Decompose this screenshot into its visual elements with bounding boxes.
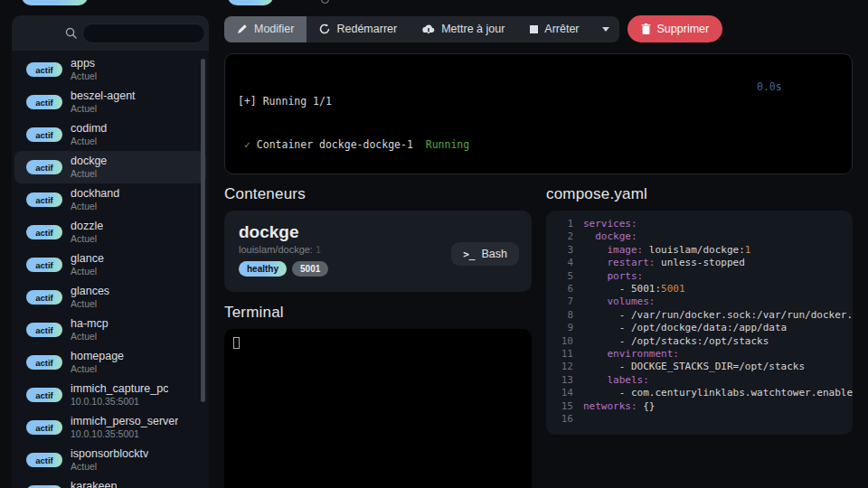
compose-line: 2 dockge: bbox=[546, 230, 844, 243]
restart-label: Redémarrer bbox=[336, 23, 397, 35]
sidebar-top-badge[interactable] bbox=[22, 0, 88, 5]
stack-name: codimd bbox=[71, 122, 107, 136]
compose-line: 1services: bbox=[546, 218, 844, 230]
stack-item-homepage[interactable]: actifhomepageActuel bbox=[14, 346, 206, 379]
stack-status-badge bbox=[228, 0, 273, 5]
compose-line: 7 volumes: bbox=[546, 296, 844, 308]
compose-line: 14 - com.centurylinklabs.watchtower.enab… bbox=[546, 387, 844, 399]
stack-item-immich_perso_server[interactable]: actifimmich_perso_server10.0.10.35:5001 bbox=[14, 411, 206, 444]
stack-item-apps[interactable]: actifappsActuel bbox=[14, 53, 206, 86]
stop-button[interactable]: Arrêter bbox=[517, 16, 591, 42]
stack-subtitle: Actuel bbox=[71, 363, 124, 375]
stack-subtitle: Actuel bbox=[71, 168, 107, 180]
bash-label: Bash bbox=[482, 248, 508, 260]
stack-subtitle: Actuel bbox=[71, 461, 148, 473]
update-button[interactable]: Mettre à jour bbox=[410, 16, 517, 42]
status-badge: actif bbox=[26, 323, 62, 337]
stack-list: actifappsActuelactifbeszel-agentActuelac… bbox=[12, 51, 209, 488]
progress-line-2: ✓ Container dockge-dockge-1 Running bbox=[238, 137, 839, 152]
terminal-heading: Terminal bbox=[224, 304, 532, 322]
compose-line: 4 restart: unless-stopped bbox=[546, 257, 844, 269]
stack-name: immich_perso_server bbox=[71, 415, 178, 428]
edit-label: Modifier bbox=[254, 23, 294, 35]
stack-subtitle: Actuel bbox=[71, 70, 97, 82]
stack-item-dozzle[interactable]: actifdozzleActuel bbox=[14, 216, 206, 249]
terminal-box[interactable] bbox=[224, 329, 532, 488]
container-name: dockge bbox=[239, 222, 517, 242]
stack-subtitle: Actuel bbox=[71, 331, 108, 343]
stack-item-immich_capture_pc[interactable]: actifimmich_capture_pc10.0.10.35:5001 bbox=[14, 379, 206, 411]
compose-editor-lines: 1services:2 dockge:3 image: louislam/doc… bbox=[546, 218, 844, 427]
search-input[interactable] bbox=[82, 23, 205, 43]
stack-name: glance bbox=[71, 252, 104, 266]
delete-button[interactable]: Supprimer bbox=[627, 15, 723, 42]
progress-line-1: [+] Running 1/1 bbox=[238, 94, 839, 108]
stack-subtitle: Actuel bbox=[71, 266, 104, 277]
stack-name: dockhand bbox=[71, 187, 119, 201]
compose-line: 5 ports: bbox=[546, 270, 844, 283]
stack-item-ha-mcp[interactable]: actifha-mcpActuel bbox=[14, 314, 206, 346]
restart-button[interactable]: Redémarrer bbox=[307, 16, 410, 42]
restart-icon bbox=[319, 23, 330, 34]
stack-subtitle: 10.0.10.35:5001 bbox=[71, 428, 178, 440]
stack-item-dockhand[interactable]: actifdockhandActuel bbox=[14, 183, 206, 216]
status-badge: actif bbox=[26, 225, 62, 239]
stack-toolbar: Modifier Redémarrer bbox=[224, 15, 853, 42]
status-badge: actif bbox=[26, 62, 62, 77]
stack-subtitle: Actuel bbox=[71, 136, 107, 147]
stack-subtitle: Actuel bbox=[71, 298, 109, 310]
stack-item-codimd[interactable]: actifcodimdActuel bbox=[14, 118, 206, 151]
compose-line: 3 image: louislam/dockge:1 bbox=[546, 244, 844, 257]
status-badge: actif bbox=[26, 258, 62, 272]
sidebar-panel: actifappsActuelactifbeszel-agentActuelac… bbox=[12, 15, 209, 488]
stack-item-karakeep[interactable]: actifkarakeepActuel bbox=[14, 476, 206, 488]
status-badge: actif bbox=[26, 453, 62, 467]
status-badge: actif bbox=[26, 388, 62, 402]
stack-item-dockge[interactable]: actifdockgeActuel bbox=[14, 151, 206, 183]
stack-name: beszel-agent bbox=[71, 89, 136, 103]
compose-line: 11 environment: bbox=[546, 348, 844, 361]
compose-progress-output: [+] Running 1/1 ✓ Container dockge-dockg… bbox=[224, 53, 853, 174]
stack-name: karakeep bbox=[71, 480, 117, 488]
compose-line: 10 - /opt/stacks:/opt/stacks bbox=[546, 335, 844, 348]
compose-line: 9 - /opt/dockge/data:/app/data bbox=[546, 322, 844, 334]
edit-button[interactable]: Modifier bbox=[224, 16, 307, 42]
compose-editor[interactable]: 1services:2 dockge:3 image: louislam/doc… bbox=[546, 211, 853, 435]
stop-icon bbox=[530, 25, 538, 33]
stack-item-isponsorblocktv[interactable]: actifisponsorblocktvActuel bbox=[14, 444, 206, 476]
terminal-prompt-icon: >_ bbox=[463, 249, 475, 260]
sidebar-scrollbar[interactable] bbox=[201, 59, 205, 402]
stack-subtitle: Actuel bbox=[71, 233, 103, 245]
terminal-cursor bbox=[233, 337, 240, 349]
port-badge[interactable]: 5001 bbox=[292, 261, 328, 277]
stop-dropdown-button[interactable] bbox=[592, 16, 619, 42]
trash-icon bbox=[641, 23, 651, 34]
stack-name: ha-mcp bbox=[71, 317, 108, 331]
compose-line: 12 - DOCKGE_STACKS_DIR=/opt/stacks bbox=[546, 361, 844, 373]
compose-line: 15networks: {} bbox=[546, 400, 844, 413]
progress-duration: 0.0s bbox=[757, 80, 782, 94]
stack-name: apps bbox=[71, 57, 97, 70]
cloud-download-icon bbox=[422, 23, 435, 34]
stack-item-beszel-agent[interactable]: actifbeszel-agentActuel bbox=[14, 86, 206, 118]
search-icon bbox=[65, 27, 77, 39]
stack-subtitle: Actuel bbox=[71, 103, 136, 115]
stack-item-glances[interactable]: actifglancesActuel bbox=[14, 281, 206, 314]
chevron-down-icon bbox=[602, 27, 609, 32]
stack-subtitle: Actuel bbox=[71, 201, 119, 212]
stop-label: Arrêter bbox=[544, 23, 579, 35]
bash-button[interactable]: >_ Bash bbox=[451, 242, 519, 266]
status-badge: actif bbox=[26, 192, 62, 207]
status-badge: actif bbox=[26, 290, 62, 305]
stack-action-group: Modifier Redémarrer bbox=[224, 16, 619, 42]
stack-name: glances bbox=[71, 285, 109, 298]
status-badge: actif bbox=[26, 420, 62, 435]
stack-name: immich_capture_pc bbox=[71, 382, 168, 396]
status-badge: actif bbox=[26, 355, 62, 370]
stack-name: dozzle bbox=[71, 220, 103, 233]
health-badge: healthy bbox=[239, 261, 287, 277]
stack-item-glance[interactable]: actifglanceActuel bbox=[14, 249, 206, 281]
stack-name: dockge bbox=[71, 155, 107, 168]
status-badge: actif bbox=[26, 95, 62, 109]
stack-title-icon bbox=[321, 0, 329, 4]
